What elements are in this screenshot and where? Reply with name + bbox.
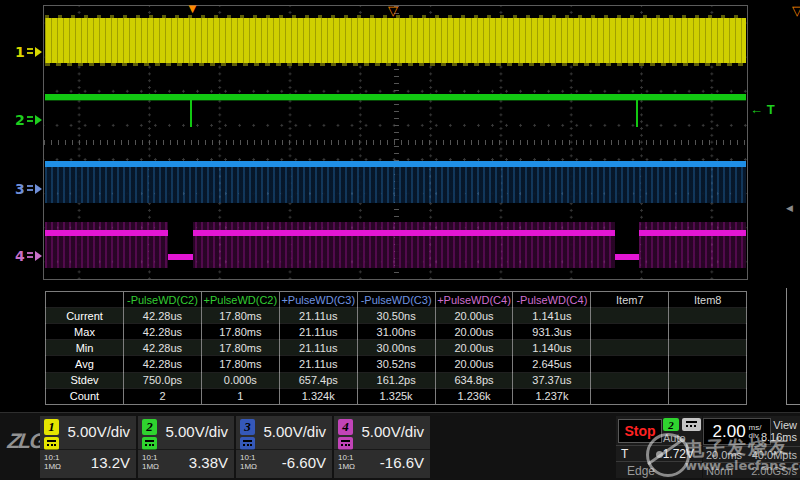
waveform-display: ▼ ▽ ▽ 1 2 3 4 ← T ◀: [0, 0, 800, 290]
column-header-c2-neg[interactable]: -PulseWD(C2): [124, 292, 202, 308]
oscilloscope-screen: ▼ ▽ ▽ 1 2 3 4 ← T ◀: [0, 0, 800, 480]
cell-empty: [669, 308, 747, 324]
cell: 657.4ps: [279, 372, 357, 388]
column-header-c4-pos[interactable]: +PulseWD(C4): [435, 292, 513, 308]
measurement-table: -PulseWD(C2) +PulseWD(C2) +PulseWD(C3) -…: [45, 291, 747, 405]
left-arrow-icon: ←: [750, 102, 763, 117]
channel3-badge[interactable]: 3: [240, 419, 255, 435]
trigger-level-marker[interactable]: ← T: [750, 102, 775, 117]
channel1-offset: 13.2V: [91, 454, 130, 471]
channel1-badge[interactable]: 1: [44, 419, 59, 435]
ch2-trace: [45, 94, 746, 100]
probe-impedance-label: 10:1 1MΩ: [44, 453, 61, 471]
table-row-count: Count 2 1 1.324k 1.325k 1.236k 1.237k: [46, 388, 747, 404]
trigger-level-value[interactable]: 1.72V: [663, 447, 694, 461]
ch4-trace-ghost: [45, 222, 746, 268]
cell: 20.00us: [435, 324, 513, 340]
trigger-level-t-label: T: [621, 447, 628, 461]
trigger-mode-label[interactable]: Auto: [663, 432, 686, 444]
ch4-marker-label: 4: [15, 248, 25, 264]
cell: 42.28us: [124, 340, 202, 356]
trigger-delay-marker-icon[interactable]: ▽: [388, 4, 398, 17]
ch1-trace: [45, 18, 746, 63]
right-arrow-icon: [35, 251, 42, 261]
column-header-item7[interactable]: Item7: [591, 292, 669, 308]
row-label: Stdev: [46, 372, 124, 388]
column-header-c4-neg[interactable]: -PulseWD(C4): [513, 292, 591, 308]
acquisition-mode-label: Norm: [706, 465, 733, 477]
ground-icon: [27, 252, 33, 260]
channel4-panel[interactable]: 4 10:1 1MΩ 5.00V/div -16.6V: [334, 416, 430, 478]
column-header-c2-pos[interactable]: +PulseWD(C2): [201, 292, 279, 308]
trigger-source-badge[interactable]: 2: [663, 418, 679, 431]
table-row-avg: Avg 42.28us 17.80ms 21.11us 30.52ns 20.0…: [46, 356, 747, 372]
cell: 20.00us: [435, 340, 513, 356]
probe-impedance-label: 10:1 1MΩ: [338, 453, 355, 471]
row-label: Min: [46, 340, 124, 356]
ch2-ground-marker[interactable]: 2: [15, 112, 42, 128]
trigger-level-label: T: [767, 102, 775, 117]
channel1-scale: 5.00V/div: [67, 423, 130, 440]
ch2-pulse: [636, 94, 638, 127]
table-header-row: -PulseWD(C2) +PulseWD(C2) +PulseWD(C3) -…: [46, 292, 747, 308]
cell-empty: [669, 356, 747, 372]
ch1-ground-marker[interactable]: 1: [15, 44, 42, 60]
cell: 31.00ns: [357, 324, 435, 340]
cell-empty: [669, 340, 747, 356]
table-row-min: Min 42.28us 17.80ms 21.11us 30.00ns 20.0…: [46, 340, 747, 356]
corner-cell: [46, 292, 124, 308]
cell-empty: [591, 308, 669, 324]
channel1-panel[interactable]: 1 10:1 1MΩ 5.00V/div 13.2V: [40, 416, 136, 478]
cell-empty: [591, 388, 669, 404]
trigger-type-label[interactable]: Edge: [627, 464, 655, 478]
view-label: View: [773, 419, 797, 431]
trigger-panel[interactable]: Stop 2 Auto T 1.72V Edge: [616, 416, 702, 478]
cell: 161.2ps: [357, 372, 435, 388]
channel3-panel[interactable]: 3 10:1 1MΩ 5.00V/div -6.60V: [236, 416, 332, 478]
cell: 20.00us: [435, 308, 513, 324]
graticule[interactable]: [43, 5, 748, 280]
cell: 17.80ms: [201, 324, 279, 340]
cell: 30.50ns: [357, 308, 435, 324]
right-arrow-icon: [35, 115, 42, 125]
run-stop-button[interactable]: Stop: [618, 419, 662, 443]
status-bar: ZLG® 1 10:1 1MΩ 5.00V/div 13.2V 2 10:1 1…: [0, 412, 800, 480]
ch4-ground-marker[interactable]: 4: [15, 248, 42, 264]
trigger-coupling-icon: [682, 418, 701, 431]
ch4-low-pulse: [168, 254, 193, 260]
cell: 17.80ms: [201, 308, 279, 324]
ch3-trace-ghost: [45, 167, 746, 203]
column-header-item8[interactable]: Item8: [669, 292, 747, 308]
ch4-low-pulse-gap: [168, 220, 193, 270]
cell: 2.645us: [513, 356, 591, 372]
row-label: Count: [46, 388, 124, 404]
cell: 1: [201, 388, 279, 404]
ch3-trace: [45, 161, 746, 167]
timebase-panel[interactable]: 2.00 ms/ div View 8.16ms 20.0ms 40.0Mpts…: [703, 416, 800, 478]
cell: 1.237k: [513, 388, 591, 404]
ch3-ground-marker[interactable]: 3: [15, 181, 42, 197]
cell: 30.00ns: [357, 340, 435, 356]
channel2-panel[interactable]: 2 10:1 1MΩ 5.00V/div 3.38V: [138, 416, 234, 478]
cell-empty: [591, 372, 669, 388]
cell: 20.00us: [435, 356, 513, 372]
cell-empty: [669, 388, 747, 404]
ch4-low-pulse-gap: [615, 220, 639, 270]
cell: 42.28us: [124, 356, 202, 372]
right-arrow-icon: [35, 47, 42, 57]
cell: 634.8ps: [435, 372, 513, 388]
channel4-badge[interactable]: 4: [338, 419, 353, 435]
sample-rate-value: 2.00GS/s: [751, 465, 797, 477]
trigger-position-marker-icon[interactable]: ▼: [186, 2, 199, 15]
column-header-c3-pos[interactable]: +PulseWD(C3): [279, 292, 357, 308]
cell: 0.000s: [201, 372, 279, 388]
cell: 2: [124, 388, 202, 404]
cell-empty: [669, 324, 747, 340]
channel2-badge[interactable]: 2: [142, 419, 157, 435]
side-panel-handle-icon[interactable]: ◀: [786, 203, 793, 213]
cell: 30.52ns: [357, 356, 435, 372]
column-header-c3-neg[interactable]: -PulseWD(C3): [357, 292, 435, 308]
channel4-offset: -16.6V: [380, 454, 424, 471]
view-value: 8.16ms: [761, 431, 797, 443]
ground-icon: [27, 116, 33, 124]
